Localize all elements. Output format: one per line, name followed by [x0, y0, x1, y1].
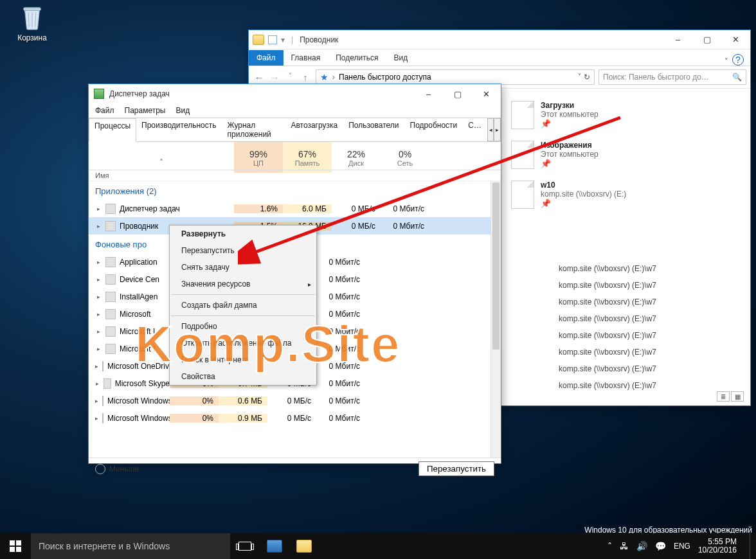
nav-back-icon[interactable]: ← — [253, 72, 266, 83]
frequent-item[interactable]: komp.site (\\vboxsrv) (E:)\w7 — [559, 344, 745, 360]
taskmgr-tab[interactable]: Журнал приложений — [222, 118, 286, 141]
context-menu-item[interactable]: Открыть расположение файла — [170, 335, 316, 351]
quick-access-item[interactable]: w10 komp.site (\\vboxsrv) (E:) 📌 — [511, 181, 745, 209]
taskmgr-tab[interactable]: Процессы — [89, 118, 136, 142]
context-menu-item[interactable]: Создать файл дампа — [170, 297, 316, 314]
expand-icon[interactable]: ▸ — [95, 276, 102, 283]
ribbon-file[interactable]: Файл — [249, 50, 284, 66]
frequent-item[interactable]: komp.site (\\vboxsrv) (E:)\w7 — [559, 294, 745, 310]
tray-volume-icon[interactable]: 🔊 — [636, 541, 647, 551]
qat-pin-icon[interactable]: ▾ — [281, 35, 285, 44]
expand-icon[interactable]: ▸ — [95, 380, 100, 387]
fewer-details-button[interactable]: ˄ Меньше — [95, 464, 139, 474]
menu-view[interactable]: Вид — [176, 106, 190, 115]
context-menu-item[interactable]: Перезапустить — [170, 242, 316, 259]
close-button[interactable]: ✕ — [472, 85, 501, 103]
taskbar-search[interactable]: Поиск в интернете и в Windows — [31, 533, 230, 559]
view-icons-icon[interactable]: ▦ — [731, 391, 744, 402]
minimize-button[interactable]: – — [414, 85, 443, 103]
context-menu-item[interactable]: Подробно — [170, 318, 316, 335]
expand-icon[interactable]: ▸ — [95, 328, 102, 335]
expand-icon[interactable]: ▸ — [95, 346, 102, 352]
expand-icon[interactable]: ▸ — [95, 206, 102, 212]
taskmgr-tab[interactable]: Производительность — [136, 118, 222, 141]
taskbar-app-explorer[interactable] — [289, 533, 319, 559]
nav-forward-icon[interactable]: → — [268, 72, 281, 83]
close-button[interactable]: ✕ — [721, 31, 750, 49]
nav-up-icon[interactable]: ↑ — [299, 72, 312, 83]
taskmgr-tab[interactable]: Автозагрузка — [285, 118, 343, 141]
expand-icon[interactable]: ▸ — [95, 415, 98, 421]
context-menu-item[interactable]: Поиск в Интернете — [170, 351, 316, 368]
expand-icon[interactable]: ▸ — [95, 259, 102, 265]
expand-icon[interactable]: ▸ — [95, 223, 102, 229]
app-icon — [105, 204, 116, 214]
process-row[interactable]: ▸ Диспетчер задач 1.6% 6.0 МБ 0 МБ/с 0 М… — [89, 200, 501, 217]
tray-network-icon[interactable]: 🖧 — [620, 541, 629, 551]
process-row[interactable]: ▸ Microsoft Windows Search Prot… 0% 0.9 … — [89, 409, 501, 427]
quick-access-item[interactable]: Загрузки Этот компьютер 📌 — [511, 101, 745, 129]
frequent-item[interactable]: komp.site (\\vboxsrv) (E:)\w7 — [559, 327, 745, 344]
explorer-titlebar[interactable]: ▾ | Проводник – ▢ ✕ — [249, 30, 750, 49]
quick-access-item[interactable]: Изображения Этот компьютер 📌 — [511, 141, 745, 169]
ribbon-expand-icon[interactable]: ˅ — [724, 57, 728, 66]
start-button[interactable] — [0, 533, 31, 559]
taskmgr-tab[interactable]: С… — [463, 118, 487, 141]
col-cpu[interactable]: 99% ЦП — [234, 142, 283, 170]
recycle-bin[interactable]: Корзина — [10, 4, 54, 42]
taskmgr-titlebar[interactable]: Диспетчер задач – ▢ ✕ — [89, 84, 501, 103]
address-bar[interactable]: ★ › Панель быстрого доступа ˅ ↻ — [316, 69, 595, 85]
expand-icon[interactable]: ▸ — [95, 398, 98, 404]
minimize-button[interactable]: – — [663, 31, 692, 49]
col-disk[interactable]: 22% Диск — [332, 142, 381, 170]
col-memory[interactable]: 67% Память — [283, 142, 332, 170]
frequent-item[interactable]: komp.site (\\vboxsrv) (E:)\w7 — [559, 360, 745, 377]
disk-cell: 0 МБ/с — [332, 204, 381, 213]
ribbon-view[interactable]: Вид — [386, 50, 415, 66]
frequent-item[interactable]: komp.site (\\vboxsrv) (E:)\w7 — [559, 277, 745, 294]
expand-icon[interactable]: ▸ — [95, 311, 102, 317]
address-dropdown-icon[interactable]: ˅ — [578, 73, 581, 82]
ribbon-share[interactable]: Поделиться — [328, 50, 386, 66]
tray-clock[interactable]: 5:55 PM 10/20/2016 — [698, 538, 742, 555]
menu-file[interactable]: Файл — [95, 106, 114, 115]
taskbar-search-placeholder: Поиск в интернете и в Windows — [39, 541, 170, 551]
qat-box-icon[interactable] — [268, 35, 277, 44]
context-menu-item[interactable]: Значения ресурсов▸ — [170, 276, 316, 292]
expand-icon[interactable]: ▸ — [95, 294, 102, 300]
help-icon[interactable]: ? — [732, 54, 744, 66]
task-view-button[interactable] — [230, 533, 260, 559]
view-details-icon[interactable]: ≣ — [717, 391, 730, 402]
taskbar-app-security[interactable] — [260, 533, 289, 559]
tab-scroll-arrow[interactable]: ▸ — [494, 118, 501, 141]
restart-button[interactable]: Перезапустить — [419, 461, 494, 476]
expand-icon[interactable]: ▸ — [95, 363, 98, 369]
refresh-icon[interactable]: ↻ — [584, 73, 590, 82]
maximize-button[interactable]: ▢ — [443, 85, 472, 103]
frequent-item[interactable]: komp.site (\\vboxsrv) (E:)\w7 — [559, 260, 745, 277]
scrollbar[interactable] — [491, 181, 501, 457]
scrollbar-thumb[interactable] — [492, 182, 500, 350]
maximize-button[interactable]: ▢ — [692, 31, 721, 49]
context-menu-item[interactable]: Свойства — [170, 368, 316, 385]
tray-language[interactable]: ENG — [674, 542, 690, 551]
col-name-label[interactable]: Имя — [89, 170, 234, 181]
nav-recent-icon[interactable]: ˅ — [284, 72, 296, 83]
cpu-cell: 0% — [170, 396, 219, 405]
process-row[interactable]: ▸ Microsoft Windows Search Filte… 0% 0.6… — [89, 392, 501, 409]
tray-chevron-icon[interactable]: ˄ — [608, 541, 612, 551]
menu-options[interactable]: Параметры — [125, 106, 166, 115]
taskmgr-tab[interactable]: Подробности — [405, 118, 464, 141]
show-desktop-button[interactable] — [750, 533, 753, 559]
ribbon-home[interactable]: Главная — [284, 50, 328, 66]
col-net[interactable]: 0% Сеть — [381, 142, 429, 170]
tray-notifications-icon[interactable]: 💬 — [655, 541, 666, 551]
frequent-item[interactable]: komp.site (\\vboxsrv) (E:)\w7 — [559, 310, 745, 327]
taskmgr-tab[interactable]: Пользователи — [343, 118, 404, 141]
context-menu-item[interactable]: Снять задачу — [170, 259, 316, 276]
address-root[interactable]: Панель быстрого доступа — [339, 73, 431, 82]
tab-scroll-arrow[interactable]: ◂ — [487, 118, 494, 141]
context-menu-item[interactable]: Развернуть — [170, 226, 316, 242]
explorer-search[interactable]: Поиск: Панель быстрого до… 🔍 — [598, 69, 746, 85]
taskbar: Поиск в интернете и в Windows ˄ 🖧 🔊 💬 EN… — [0, 533, 756, 559]
